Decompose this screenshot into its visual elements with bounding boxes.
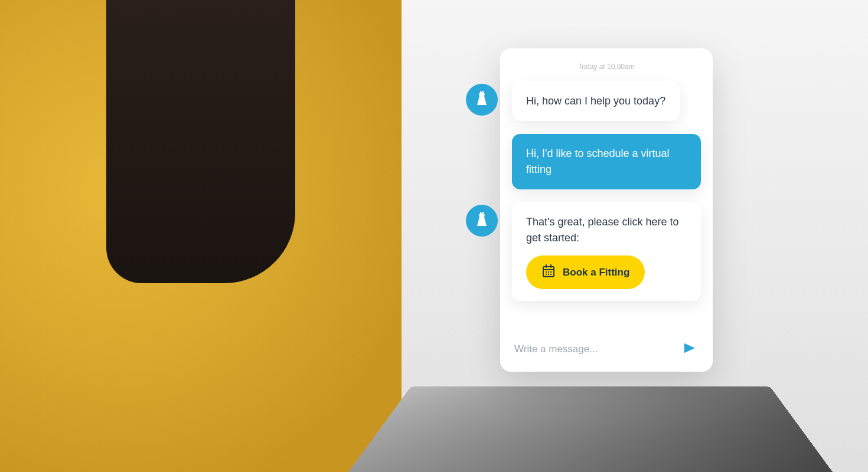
- svg-point-6: [550, 271, 552, 273]
- bot-avatar: [466, 84, 498, 116]
- dress-icon: [475, 90, 489, 110]
- input-area: [500, 326, 713, 372]
- chat-widget: Today at 10.00am Hi, how can I help you …: [500, 48, 713, 372]
- bot-message-bubble: Hi, how can I help you today?: [512, 81, 680, 121]
- message-row: Hi, I'd like to schedule a virtual fitti…: [512, 134, 701, 189]
- bot-avatar: [466, 205, 498, 237]
- bot-message-bubble: That's great, please click here to get s…: [512, 202, 701, 301]
- svg-point-9: [550, 274, 552, 275]
- dress-icon: [475, 211, 489, 231]
- bg-hair: [106, 0, 295, 283]
- messages-area: Hi, how can I help you today? Hi, I'd li…: [500, 81, 713, 326]
- send-icon: [683, 342, 696, 356]
- svg-point-7: [546, 274, 547, 275]
- cta-label: Book a Fitting: [563, 267, 629, 278]
- send-button[interactable]: [681, 339, 699, 359]
- message-row: That's great, please click here to get s…: [466, 202, 701, 301]
- background-photo: [0, 0, 868, 472]
- svg-point-8: [548, 274, 549, 275]
- message-input[interactable]: [514, 343, 681, 355]
- message-row: Hi, how can I help you today?: [466, 81, 701, 121]
- bot-message-text: That's great, please click here to get s…: [526, 214, 687, 246]
- svg-point-4: [546, 271, 547, 273]
- user-message-bubble: Hi, I'd like to schedule a virtual fitti…: [512, 134, 701, 189]
- bg-laptop: [348, 386, 833, 472]
- chat-timestamp: Today at 10.00am: [500, 48, 713, 81]
- svg-point-5: [548, 271, 549, 273]
- book-fitting-button[interactable]: Book a Fitting: [526, 255, 645, 289]
- calendar-icon: [541, 264, 556, 281]
